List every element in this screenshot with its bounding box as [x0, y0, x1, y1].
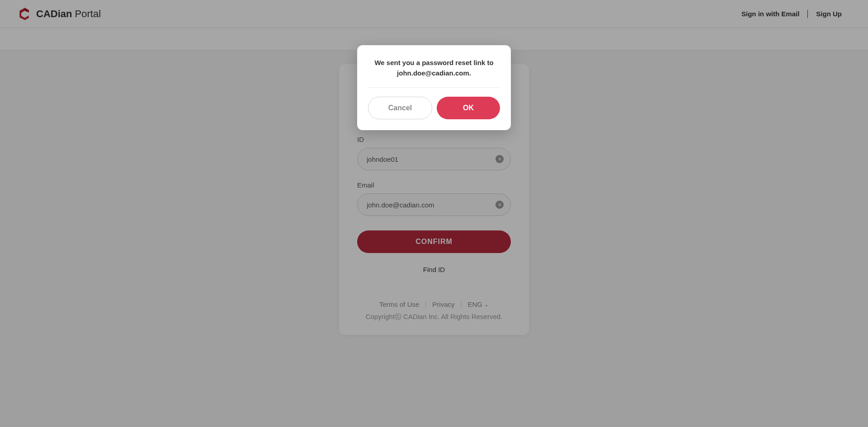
modal-message-email: john.doe@cadian.com. [397, 69, 471, 77]
modal-buttons: Cancel OK [368, 97, 500, 119]
modal-overlay[interactable]: We sent you a password reset link to joh… [0, 0, 868, 427]
ok-button[interactable]: OK [437, 97, 500, 119]
modal-message-prefix: We sent you a password reset link to [374, 59, 493, 66]
modal-message: We sent you a password reset link to joh… [368, 58, 500, 88]
cancel-button[interactable]: Cancel [368, 97, 432, 119]
confirmation-modal: We sent you a password reset link to joh… [357, 45, 511, 130]
